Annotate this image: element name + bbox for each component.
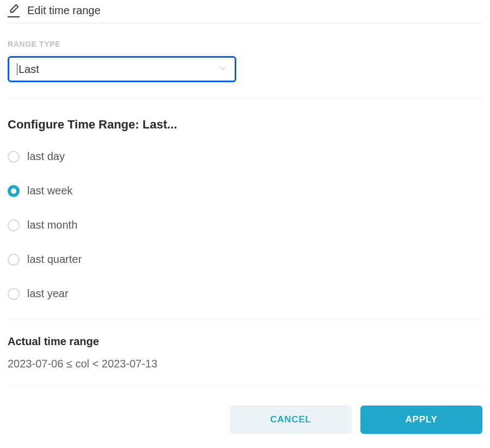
configure-title: Configure Time Range: Last... — [8, 118, 482, 132]
range-type-label: RANGE TYPE — [8, 40, 482, 48]
modal-header: Edit time range — [8, 0, 482, 23]
radio-icon — [8, 219, 20, 231]
radio-icon — [8, 185, 20, 197]
radio-label: last week — [27, 185, 72, 197]
radio-option-last-month[interactable]: last month — [8, 219, 482, 231]
radio-option-last-quarter[interactable]: last quarter — [8, 253, 482, 266]
radio-option-last-year[interactable]: last year — [8, 287, 482, 300]
radio-label: last month — [27, 219, 77, 231]
radio-icon — [8, 254, 20, 266]
range-type-value: Last — [19, 63, 39, 76]
divider — [8, 385, 482, 386]
range-type-select[interactable]: Last — [8, 56, 236, 82]
radio-label: last quarter — [27, 253, 82, 266]
actual-range-title: Actual time range — [8, 335, 482, 348]
modal-footer: CANCEL APPLY — [8, 406, 482, 443]
actual-range-value: 2023-07-06 ≤ col < 2023-07-13 — [8, 358, 482, 370]
radio-icon — [8, 151, 20, 163]
radio-label: last year — [27, 287, 69, 300]
cancel-button[interactable]: CANCEL — [230, 406, 352, 434]
divider — [8, 318, 482, 319]
radio-icon — [8, 288, 20, 300]
apply-button[interactable]: APPLY — [360, 406, 482, 434]
radio-option-last-day[interactable]: last day — [8, 150, 482, 163]
radio-option-last-week[interactable]: last week — [8, 185, 482, 197]
modal-title: Edit time range — [27, 4, 101, 17]
pencil-icon — [8, 3, 20, 17]
radio-label: last day — [27, 150, 65, 163]
chevron-down-icon — [218, 63, 227, 76]
divider — [8, 99, 482, 99]
text-cursor — [17, 63, 17, 75]
radio-group: last day last week last month last quart… — [8, 150, 482, 300]
